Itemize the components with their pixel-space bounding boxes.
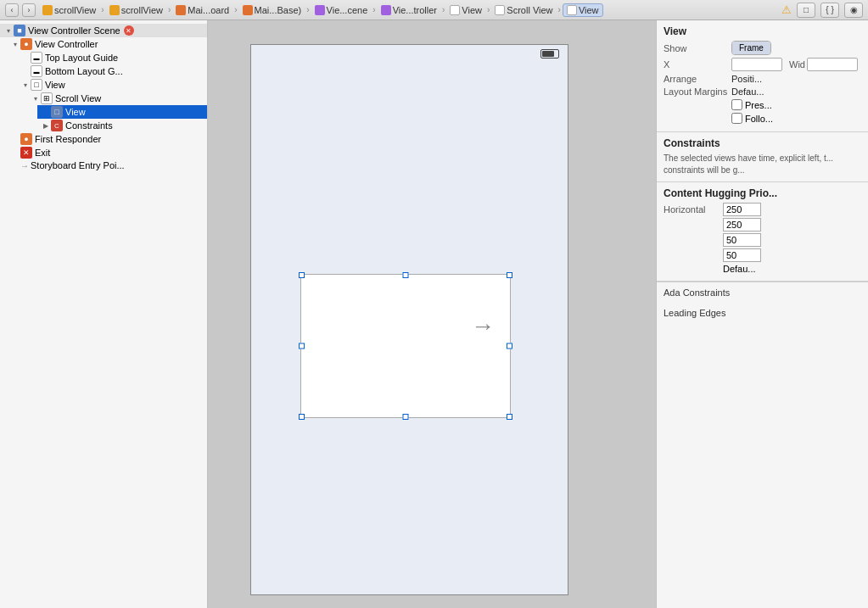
view-icon	[450, 5, 460, 15]
ada-constraints-label: Ada Constraints	[664, 287, 730, 298]
tree-item-view-root[interactable]: ▾ □ View	[17, 78, 207, 92]
tree-item-vc[interactable]: ▾ ● View Controller	[7, 37, 207, 51]
view-root-icon: □	[31, 79, 42, 91]
tree-item-bottom-layout[interactable]: ▬ Bottom Layout G...	[17, 64, 207, 78]
vc-label: View Controller	[35, 39, 98, 49]
v250-row	[664, 218, 861, 231]
arrange-label: Arrange	[664, 74, 731, 84]
assistant-btn[interactable]: ◉	[844, 3, 863, 18]
view-section-title: View	[664, 25, 861, 37]
first-responder-label: First Responder	[35, 134, 101, 144]
breadcrumb: scrollView › scrollView › Mai...oard › M…	[39, 3, 603, 17]
status-bar	[251, 45, 568, 62]
width-input-r[interactable]	[807, 58, 858, 71]
tree-item-top-layout[interactable]: ▬ Top Layout Guide	[17, 51, 207, 64]
right-panel-view-section: View Show Frame X Wid Arrange Positi... …	[657, 20, 868, 132]
vc-icon	[381, 5, 391, 15]
hugging-section: Content Hugging Prio... Horizontal Defau…	[657, 182, 868, 282]
code-btn[interactable]: { }	[820, 3, 839, 18]
scene-node-icon: ■	[14, 25, 25, 36]
tree-item-storyboard-entry[interactable]: → Storyboard Entry Poi...	[7, 159, 207, 171]
horizontal-label: Horizontal	[664, 204, 723, 215]
breadcrumb-maibase[interactable]: Mai...Base)	[239, 4, 305, 16]
breadcrumb-scrollview3[interactable]: Scroll View	[491, 4, 556, 16]
vc-node-icon: ●	[20, 38, 32, 50]
nav-back-button[interactable]: ‹	[5, 3, 19, 17]
storyboard-entry-label: Storyboard Entry Poi...	[31, 160, 125, 170]
device-screen	[250, 44, 568, 595]
follo-row: Follo...	[664, 113, 861, 124]
view-inner-label: View	[65, 107, 86, 117]
constraints-description: The selected views have time, explicit l…	[664, 153, 861, 176]
view-inner-icon: □	[51, 106, 63, 118]
scene-icon	[315, 5, 325, 15]
exit-label: Exit	[35, 148, 50, 158]
storyboard-icon	[176, 5, 186, 15]
inner-view[interactable]	[300, 274, 511, 418]
x-input[interactable]	[731, 58, 782, 71]
v50-1-row	[664, 233, 861, 247]
constraints-section-title: Constraints	[664, 137, 861, 149]
x-label: X	[664, 59, 731, 70]
v50-2-row	[664, 248, 861, 262]
x-row: X Wid	[664, 58, 861, 71]
nav-forward-button[interactable]: ›	[22, 3, 36, 17]
v50-2-input[interactable]	[723, 248, 761, 262]
horizontal-hugging-row: Horizontal	[664, 203, 861, 216]
arrange-value: Positi...	[731, 74, 762, 84]
breadcrumb-scrollview1[interactable]: scrollView	[39, 4, 99, 16]
layout-margins-value: Defau...	[731, 86, 764, 97]
horizontal-input[interactable]	[723, 203, 761, 216]
show-label: Show	[664, 43, 731, 53]
tree-item-scroll-view[interactable]: ▾ ⊞ Scroll View	[27, 92, 207, 105]
v250-input[interactable]	[723, 218, 761, 231]
tree-item-constraints[interactable]: ▶ C Constraints	[37, 119, 207, 132]
top-layout-label: Top Layout Guide	[45, 53, 118, 63]
show-row: Show Frame	[664, 41, 861, 55]
gray-arrow: →	[471, 313, 495, 340]
entry-icon: →	[20, 161, 31, 170]
tree-item-view-inner[interactable]: □ View	[37, 105, 207, 119]
width-label-r: Wid	[789, 59, 805, 70]
tree-view: ▾ ■ View Controller Scene ✕ ▾ ● View Con…	[0, 20, 207, 608]
breadcrumb-scene[interactable]: Vie...cene	[311, 4, 372, 16]
scroll-expand: ▾	[31, 93, 41, 103]
leading-edges-section: Leading Edges	[657, 303, 868, 323]
warning-icon[interactable]: ⚠	[781, 3, 792, 16]
defau-row: Defau...	[664, 264, 861, 274]
toolbar-right: ⚠ □ { } ◉	[781, 3, 863, 18]
view2-icon	[567, 5, 577, 15]
inspector-toggle[interactable]: □	[797, 3, 815, 18]
constraints-label: Constraints	[65, 120, 113, 131]
scroll-label: Scroll View	[55, 93, 101, 103]
top-layout-icon: ▬	[31, 52, 42, 64]
hugging-title: Content Hugging Prio...	[664, 187, 861, 199]
exit-icon: ✕	[20, 147, 32, 159]
scene-close-button[interactable]: ✕	[124, 25, 134, 36]
leading-edges-label: Leading Edges	[664, 308, 725, 318]
bottom-layout-label: Bottom Layout G...	[45, 66, 123, 76]
tree-item-exit[interactable]: ✕ Exit	[7, 146, 207, 159]
frame-btn[interactable]: Frame	[732, 42, 770, 54]
breadcrumb-view1[interactable]: View	[446, 4, 485, 16]
press-row: Pres...	[664, 99, 861, 110]
breadcrumb-maiboard[interactable]: Mai...oard	[172, 4, 232, 16]
expand-arrow: ▾	[3, 25, 14, 36]
doc-icon	[109, 5, 120, 15]
view-root-expand: ▾	[20, 80, 31, 90]
ada-constraints-section: Ada Constraints	[657, 282, 868, 303]
tree-item-scene[interactable]: ▾ ■ View Controller Scene ✕	[0, 24, 207, 37]
breadcrumb-vtroller[interactable]: Vie...troller	[378, 4, 440, 16]
follo-checkbox[interactable]	[731, 113, 742, 124]
breadcrumb-view2[interactable]: View	[563, 3, 603, 17]
v50-1-input[interactable]	[723, 233, 761, 247]
main-layout: ▾ ■ View Controller Scene ✕ ▾ ● View Con…	[0, 20, 868, 608]
left-panel: ▾ ■ View Controller Scene ✕ ▾ ● View Con…	[0, 20, 208, 608]
show-segment[interactable]: Frame	[731, 41, 771, 55]
doc-icon	[42, 5, 53, 15]
scroll-icon: ⊞	[41, 92, 53, 104]
press-checkbox[interactable]	[731, 99, 742, 110]
tree-item-first-responder[interactable]: ● First Responder	[7, 132, 207, 146]
constraints-panel-section: Constraints The selected views have time…	[657, 132, 868, 182]
breadcrumb-scrollview2[interactable]: scrollView	[106, 4, 166, 16]
